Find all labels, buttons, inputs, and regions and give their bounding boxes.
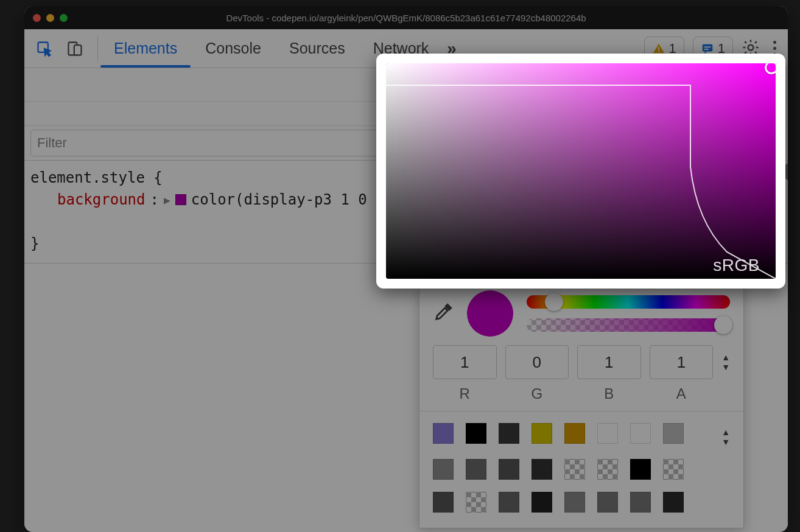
- alpha-slider-thumb[interactable]: [714, 316, 732, 334]
- close-window-button[interactable]: [33, 14, 41, 22]
- inspect-element-button[interactable]: [32, 36, 57, 61]
- channel-r-input[interactable]: 1: [433, 345, 497, 379]
- maximize-window-button[interactable]: [60, 14, 68, 22]
- palette-swatch[interactable]: [532, 492, 552, 513]
- alpha-slider[interactable]: [527, 318, 730, 332]
- channel-g-label: G: [531, 385, 542, 402]
- palette-swatch[interactable]: [466, 459, 486, 480]
- color-picker-panel: 1 R 0 G 1 B 1 A ▲▼ ▲▼: [419, 285, 744, 528]
- palette-swatch[interactable]: [466, 492, 486, 513]
- palette-swatch[interactable]: [466, 423, 486, 444]
- color-values-row: 1 R 0 G 1 B 1 A ▲▼: [419, 345, 743, 411]
- svg-rect-4: [658, 51, 659, 52]
- svg-rect-3: [658, 47, 659, 51]
- palette-grid: ▲▼: [419, 411, 743, 521]
- palette-swatch[interactable]: [499, 423, 519, 444]
- css-property-value[interactable]: color(display-p3 1 0: [191, 189, 367, 211]
- toolbar-divider: [97, 37, 98, 61]
- svg-rect-2: [74, 45, 82, 55]
- gamut-label: sRGB: [713, 256, 760, 275]
- palette-swatch[interactable]: [663, 492, 684, 513]
- channel-r-label: R: [460, 385, 470, 402]
- tab-sources[interactable]: Sources: [288, 30, 346, 67]
- channel-b-label: B: [604, 385, 614, 402]
- palette-swatch[interactable]: [433, 459, 454, 480]
- palette-swatch[interactable]: [663, 423, 684, 444]
- palette-swatch[interactable]: [663, 459, 684, 480]
- title-bar: DevTools - codepen.io/argyleink/pen/QWBg…: [24, 6, 788, 29]
- css-open-brace: {: [153, 169, 162, 186]
- palette-swatch[interactable]: [532, 423, 552, 444]
- palette-stepper[interactable]: ▲▼: [721, 420, 730, 447]
- css-selector[interactable]: element.style: [30, 169, 145, 186]
- tab-elements[interactable]: Elements: [113, 30, 178, 67]
- svg-rect-7: [704, 49, 708, 50]
- window-controls: [33, 14, 68, 22]
- device-toolbar-button[interactable]: [62, 36, 88, 61]
- eyedropper-button[interactable]: [433, 302, 454, 325]
- current-color-swatch: [467, 290, 513, 337]
- channel-b-input[interactable]: 1: [577, 345, 641, 379]
- window-title: DevTools - codepen.io/argyleink/pen/QWBg…: [24, 13, 788, 23]
- hue-slider[interactable]: [527, 295, 730, 309]
- color-format-stepper[interactable]: ▲▼: [721, 345, 730, 372]
- palette-swatch[interactable]: [564, 492, 585, 513]
- css-close-brace: }: [30, 235, 39, 252]
- color-spectrum-popup: sRGB: [376, 54, 785, 289]
- color-spectrum[interactable]: sRGB: [386, 63, 776, 279]
- palette-swatch[interactable]: [630, 423, 651, 444]
- palette-swatch[interactable]: [564, 423, 585, 444]
- palette-swatch[interactable]: [433, 423, 454, 444]
- svg-point-8: [748, 44, 754, 50]
- palette-swatch[interactable]: [564, 459, 585, 480]
- palette-swatch[interactable]: [499, 492, 519, 513]
- svg-rect-6: [704, 46, 711, 47]
- minimize-window-button[interactable]: [46, 14, 54, 22]
- palette-swatch[interactable]: [433, 492, 454, 513]
- channel-a-input[interactable]: 1: [650, 345, 714, 379]
- hue-slider-thumb[interactable]: [545, 293, 563, 311]
- eyedropper-icon: [433, 302, 454, 323]
- palette-swatch[interactable]: [499, 459, 519, 480]
- palette-swatch[interactable]: [597, 492, 618, 513]
- channel-a-label: A: [676, 385, 686, 402]
- palette-swatch[interactable]: [597, 423, 618, 444]
- css-property-name[interactable]: background: [57, 189, 146, 211]
- tab-console[interactable]: Console: [204, 30, 262, 67]
- expand-value-icon[interactable]: ▶: [164, 192, 170, 208]
- palette-swatch[interactable]: [630, 459, 651, 480]
- palette-swatch[interactable]: [597, 459, 618, 480]
- svg-rect-5: [703, 44, 713, 51]
- color-swatch-inline[interactable]: [175, 194, 186, 205]
- channel-g-input[interactable]: 0: [505, 345, 569, 379]
- palette-swatch[interactable]: [630, 492, 651, 513]
- palette-swatch[interactable]: [532, 459, 552, 480]
